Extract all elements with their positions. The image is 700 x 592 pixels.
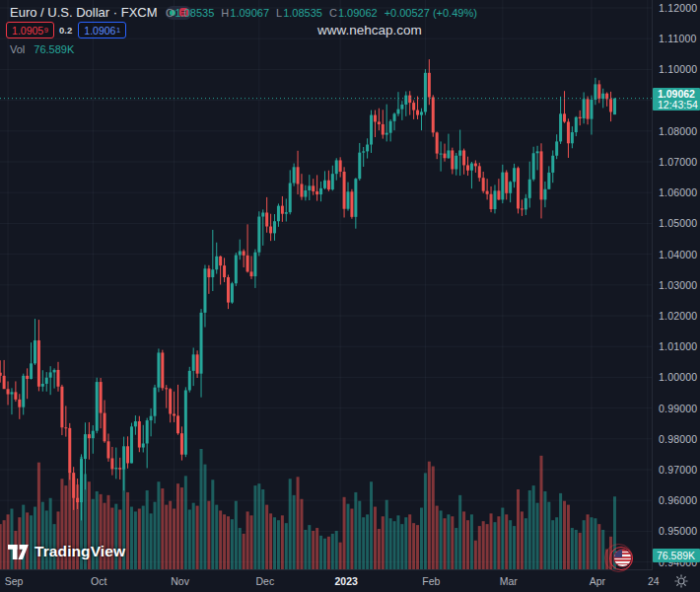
- current-price-value: 1.09062: [658, 89, 700, 100]
- candle-body: [80, 459, 83, 502]
- candle-body: [551, 156, 554, 173]
- volume-bar: [45, 510, 48, 570]
- candle-body: [126, 446, 129, 463]
- candle-body: [96, 382, 99, 431]
- symbol-title[interactable]: Euro / U.S. Dollar · FXCM: [10, 5, 158, 20]
- volume-bar: [161, 488, 164, 570]
- candle-body: [505, 173, 508, 193]
- volume-bar: [192, 503, 195, 570]
- tradingview-logo[interactable]: TradingView: [8, 543, 125, 560]
- candle-body: [146, 420, 149, 443]
- volume-bar: [532, 485, 535, 570]
- candle-body: [509, 182, 512, 193]
- volume-bar: [297, 477, 300, 570]
- candle-body: [235, 256, 238, 284]
- time-axis-label: 2023: [334, 575, 357, 587]
- volume-bar: [408, 514, 411, 570]
- volume-bar: [374, 507, 377, 570]
- volume-bar: [497, 516, 500, 570]
- volume-bar: [420, 508, 423, 570]
- candle-body: [493, 190, 496, 209]
- candle-body: [416, 111, 419, 115]
- buy-ask-button[interactable]: 1.09061: [78, 22, 126, 38]
- candlestick-chart[interactable]: [0, 0, 653, 570]
- volume-bar: [587, 514, 590, 570]
- candle-body: [72, 473, 75, 498]
- volume-bar: [319, 536, 322, 570]
- candle-body: [374, 115, 377, 122]
- candle-body: [478, 166, 481, 178]
- bid-price: 1.0905: [12, 25, 43, 37]
- ask-price-sup: 1: [116, 27, 120, 35]
- volume-bar: [285, 523, 288, 570]
- candle-body: [68, 428, 71, 473]
- timezone-settings-gear-icon[interactable]: [674, 574, 688, 592]
- time-scale-panel[interactable]: SepOctNovDec2023FebMarApr24: [0, 569, 700, 592]
- candle-body: [424, 73, 427, 112]
- volume-bar: [227, 516, 230, 570]
- volume-bar: [312, 531, 315, 570]
- candle-body: [343, 172, 346, 209]
- candle-body: [92, 431, 95, 438]
- candle-body: [335, 160, 338, 174]
- candle-body: [277, 206, 280, 222]
- volume-bar: [315, 528, 318, 570]
- volume-bar: [579, 533, 582, 570]
- price-axis-label: 0.95000: [659, 525, 697, 537]
- volume-bar: [389, 518, 392, 570]
- open-label: O: [166, 7, 175, 19]
- candle-body: [118, 468, 121, 470]
- volume-bar: [440, 510, 443, 570]
- volume-bar: [176, 483, 179, 570]
- candle-body: [350, 191, 353, 217]
- candle-body: [362, 151, 365, 152]
- volume-bar: [412, 523, 415, 570]
- volume-bar: [358, 501, 361, 570]
- tradingview-logo-text: TradingView: [35, 543, 125, 560]
- volume-bar: [134, 511, 137, 570]
- price-scale-panel[interactable]: 1.120001.110001.100001.090001.080001.070…: [652, 0, 700, 570]
- volume-bar: [458, 495, 461, 570]
- volume-bar: [196, 506, 199, 570]
- volume-bar: [536, 503, 539, 570]
- candle-body: [142, 443, 145, 447]
- volume-bar: [308, 525, 311, 570]
- volume-bar: [250, 515, 253, 570]
- candle-body: [420, 111, 423, 114]
- volume-bar: [243, 534, 245, 570]
- candle-body: [609, 99, 612, 111]
- volume-bar: [400, 524, 403, 570]
- volume-bar: [424, 473, 427, 570]
- volume-bar: [594, 518, 596, 570]
- candle-body: [532, 153, 535, 180]
- volume-bar: [382, 516, 385, 570]
- high-value: 1.09067: [230, 7, 269, 19]
- volume-bar: [575, 530, 578, 570]
- volume-bar: [343, 497, 346, 570]
- candle-body: [100, 382, 103, 413]
- volume-bar: [455, 528, 457, 570]
- candle-body: [370, 115, 373, 145]
- low-label: L: [276, 7, 282, 19]
- candle-body: [521, 208, 524, 209]
- us-flag-canton: [614, 550, 622, 557]
- volume-bar: [366, 514, 369, 570]
- time-axis-label: Dec: [255, 575, 274, 587]
- candle-body: [319, 188, 322, 194]
- volume-bar: [211, 480, 214, 570]
- candle-body: [513, 168, 516, 182]
- volume-bar: [304, 530, 307, 570]
- volume-bar: [273, 517, 276, 570]
- candle-body: [547, 173, 550, 189]
- candle-body: [53, 370, 56, 372]
- volume-bar: [462, 511, 465, 570]
- us-economic-event-flag-icon[interactable]: [599, 546, 635, 571]
- volume-bar: [528, 490, 531, 570]
- watermark-text: www.nehcap.com: [317, 23, 422, 37]
- current-price-marker: 1.09062 12:43:54: [653, 88, 700, 111]
- volume-bar: [169, 501, 172, 570]
- volume-bar: [207, 501, 210, 570]
- candle-body: [176, 415, 179, 433]
- sell-bid-button[interactable]: 1.09059: [6, 22, 54, 38]
- candle-body: [563, 113, 566, 121]
